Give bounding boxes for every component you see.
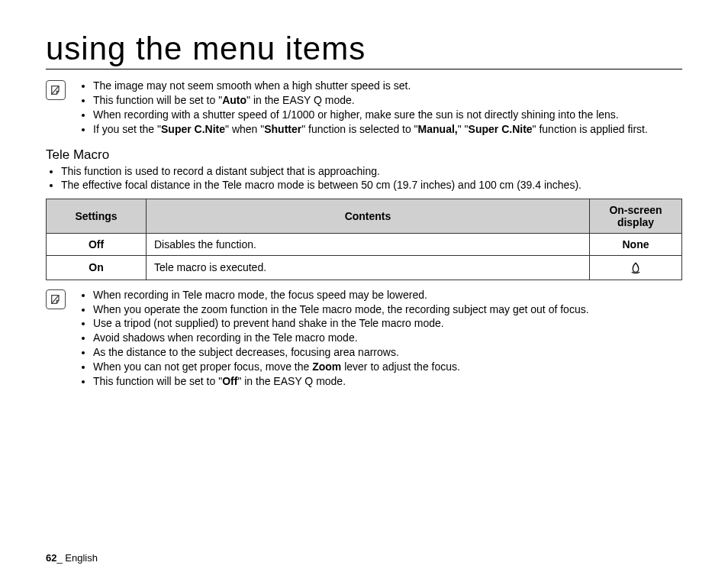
page-content: using the menu items The image may not s… [0, 0, 728, 415]
col-contents: Contents [147, 199, 590, 234]
note2-item: This function will be set to "Off" in th… [93, 374, 589, 389]
note1-item: If you set the "Super C.Nite" when "Shut… [93, 122, 648, 137]
table-row: Off Disables the function. None [47, 234, 682, 256]
footer-lang: English [65, 552, 98, 564]
cell-display: None [590, 234, 682, 256]
intro-item: This function is used to record a distan… [61, 164, 682, 179]
note1-item: This function will be set to "Auto" in t… [93, 93, 648, 108]
note-list-1: The image may not seem smooth when a hig… [73, 79, 648, 137]
cell-setting: Off [47, 234, 147, 256]
section-intro-list: This function is used to record a distan… [46, 164, 682, 193]
note-icon [46, 289, 66, 309]
table-row: On Tele macro is executed. [47, 256, 682, 280]
note-block-2: When recording in Tele macro mode, the f… [46, 288, 682, 389]
col-display: On-screen display [590, 199, 682, 234]
cell-contents: Disables the function. [147, 234, 590, 256]
note1-item: When recording with a shutter speed of 1… [93, 108, 648, 122]
telemacro-icon [629, 260, 643, 273]
note-block-1: The image may not seem smooth when a hig… [46, 79, 682, 137]
note-list-2: When recording in Tele macro mode, the f… [73, 288, 589, 389]
note2-item: When you can not get proper focus, move … [93, 360, 589, 374]
note2-item: Avoid shadows when recording in the Tele… [93, 331, 589, 345]
intro-item: The effective focal distance in the Tele… [61, 178, 682, 192]
page-number: 62 [46, 552, 56, 564]
page-title: using the menu items [46, 31, 682, 69]
note1-item: The image may not seem smooth when a hig… [93, 79, 648, 93]
note2-item: Use a tripod (not supplied) to prevent h… [93, 316, 589, 331]
cell-contents: Tele macro is executed. [147, 256, 590, 280]
note-icon [46, 80, 66, 100]
note2-item: When you operate the zoom function in th… [93, 302, 589, 317]
col-settings: Settings [47, 199, 147, 234]
table-header-row: Settings Contents On-screen display [47, 199, 682, 234]
cell-setting: On [47, 256, 147, 280]
cell-display-icon [590, 256, 682, 280]
note2-item: When recording in Tele macro mode, the f… [93, 288, 589, 302]
section-heading: Tele Macro [46, 147, 682, 163]
settings-table: Settings Contents On-screen display Off … [46, 199, 682, 280]
page-footer: 62_ English [46, 552, 98, 564]
note2-item: As the distance to the subject decreases… [93, 345, 589, 360]
footer-sep: _ [56, 552, 65, 564]
